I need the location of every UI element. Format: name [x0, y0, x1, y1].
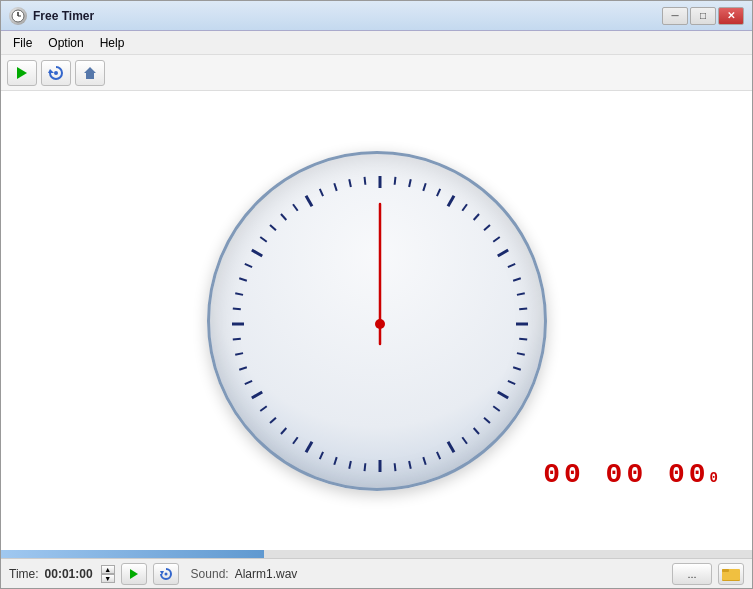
reset-button[interactable]: [41, 60, 71, 86]
svg-line-8: [394, 176, 395, 184]
sound-value: Alarm1.wav: [235, 567, 298, 581]
svg-line-13: [462, 204, 467, 210]
svg-line-51: [232, 338, 240, 339]
menu-file[interactable]: File: [5, 34, 40, 52]
spin-down[interactable]: ▼: [101, 574, 115, 583]
toolbar: [1, 55, 752, 91]
status-play-button[interactable]: [121, 563, 147, 585]
svg-line-30: [473, 428, 478, 434]
svg-line-29: [484, 417, 490, 422]
svg-line-21: [519, 308, 527, 309]
svg-line-9: [409, 179, 411, 187]
svg-line-62: [306, 195, 312, 205]
main-window: Free Timer ─ □ ✕ File Option Help: [0, 0, 753, 589]
spin-up[interactable]: ▲: [101, 565, 115, 574]
svg-line-19: [513, 278, 521, 280]
play-button[interactable]: [7, 60, 37, 86]
minimize-button[interactable]: ─: [662, 7, 688, 25]
svg-marker-6: [84, 67, 96, 79]
time-label: Time:: [9, 567, 39, 581]
svg-line-45: [270, 417, 276, 422]
digital-superscript: 0: [710, 470, 722, 486]
svg-line-63: [319, 188, 322, 195]
svg-line-42: [306, 441, 312, 451]
svg-rect-74: [722, 569, 729, 572]
svg-line-49: [239, 367, 247, 369]
svg-line-53: [232, 308, 240, 309]
svg-line-46: [260, 406, 266, 411]
svg-line-33: [436, 451, 439, 458]
svg-line-43: [293, 437, 298, 443]
home-button[interactable]: [75, 60, 105, 86]
maximize-button[interactable]: □: [690, 7, 716, 25]
svg-point-68: [375, 319, 385, 329]
svg-line-28: [493, 406, 499, 411]
title-bar: Free Timer ─ □ ✕: [1, 1, 752, 31]
menu-help[interactable]: Help: [92, 34, 133, 52]
svg-line-57: [251, 250, 261, 256]
progress-fill: [1, 550, 264, 558]
svg-line-58: [260, 237, 266, 242]
svg-line-66: [364, 176, 365, 184]
svg-marker-4: [48, 69, 54, 73]
app-icon: [9, 7, 27, 25]
svg-line-18: [507, 263, 514, 266]
folder-button[interactable]: [718, 563, 744, 585]
svg-line-41: [319, 451, 322, 458]
svg-line-60: [280, 214, 285, 220]
time-value: 00:01:00: [45, 567, 93, 581]
main-content: // This won't run in SVG, we'll just dra…: [1, 91, 752, 550]
svg-line-10: [423, 183, 425, 191]
clock-face: // This won't run in SVG, we'll just dra…: [207, 151, 547, 491]
svg-line-12: [448, 195, 454, 205]
svg-marker-3: [17, 67, 27, 79]
svg-line-23: [519, 338, 527, 339]
svg-line-25: [513, 367, 521, 369]
svg-line-61: [293, 204, 298, 210]
status-bar: Time: 00:01:00 ▲ ▼ Sound: Alarm1.wav ...: [1, 558, 752, 588]
digital-time: 00 00 00: [543, 459, 709, 490]
svg-point-71: [164, 572, 167, 575]
svg-line-11: [436, 188, 439, 195]
svg-line-20: [516, 293, 524, 295]
svg-line-47: [251, 392, 261, 398]
svg-line-65: [349, 179, 351, 187]
close-button[interactable]: ✕: [718, 7, 744, 25]
time-spinner[interactable]: ▲ ▼: [101, 565, 115, 583]
clock-container: // This won't run in SVG, we'll just dra…: [207, 151, 547, 491]
file-browse-button[interactable]: ...: [672, 563, 712, 585]
svg-line-59: [270, 224, 276, 229]
sound-label: Sound:: [191, 567, 229, 581]
svg-line-26: [507, 380, 514, 383]
digital-display: 00 00 000: [543, 459, 722, 490]
clock-svg: // This won't run in SVG, we'll just dra…: [210, 154, 547, 491]
svg-line-50: [235, 353, 243, 355]
svg-line-34: [423, 457, 425, 465]
svg-line-35: [409, 460, 411, 468]
svg-line-38: [364, 463, 365, 471]
svg-line-27: [497, 392, 507, 398]
svg-point-5: [54, 71, 58, 75]
svg-line-32: [448, 441, 454, 451]
svg-line-17: [497, 250, 507, 256]
svg-line-40: [334, 457, 336, 465]
window-controls: ─ □ ✕: [662, 7, 744, 25]
svg-line-54: [235, 293, 243, 295]
svg-line-56: [244, 263, 251, 266]
svg-line-48: [244, 380, 251, 383]
svg-line-15: [484, 224, 490, 229]
status-reset-button[interactable]: [153, 563, 179, 585]
svg-line-14: [473, 214, 478, 220]
svg-line-39: [349, 460, 351, 468]
svg-line-16: [493, 237, 499, 242]
svg-line-36: [394, 463, 395, 471]
svg-line-55: [239, 278, 247, 280]
svg-line-44: [280, 428, 285, 434]
svg-line-64: [334, 183, 336, 191]
window-title: Free Timer: [33, 9, 662, 23]
svg-marker-69: [130, 569, 138, 579]
menu-option[interactable]: Option: [40, 34, 91, 52]
svg-line-31: [462, 437, 467, 443]
svg-line-24: [516, 353, 524, 355]
menu-bar: File Option Help: [1, 31, 752, 55]
